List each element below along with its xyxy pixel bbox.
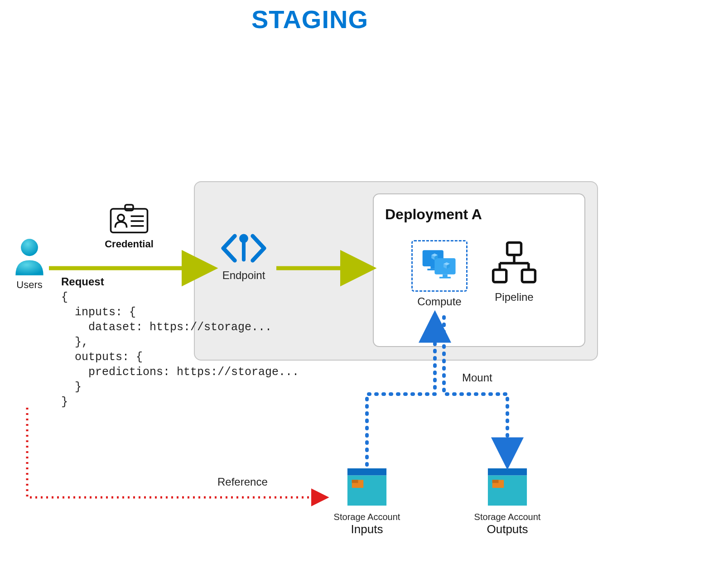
svg-rect-21 <box>522 270 535 282</box>
reference-label: Reference <box>217 476 268 488</box>
storage-inputs-block: Storage Account Inputs <box>328 467 405 536</box>
svg-rect-26 <box>488 468 527 476</box>
svg-rect-22 <box>347 468 386 476</box>
request-title: Request <box>61 275 104 288</box>
pipeline-icon <box>492 279 537 287</box>
compute-block: Compute <box>410 240 469 308</box>
deployment-title: Deployment A <box>385 206 482 223</box>
svg-point-3 <box>118 215 124 221</box>
storage-inputs-top: Storage Account <box>328 512 405 522</box>
pipeline-block: Pipeline <box>487 240 541 304</box>
svg-rect-25 <box>352 480 358 483</box>
page-title: STAGING <box>251 5 368 34</box>
svg-rect-14 <box>439 277 451 279</box>
svg-point-0 <box>21 239 38 256</box>
svg-rect-29 <box>492 480 499 483</box>
mount-label: Mount <box>462 371 492 384</box>
svg-rect-15 <box>507 242 521 255</box>
storage-icon <box>345 502 389 510</box>
credential-block: Credential <box>104 204 154 250</box>
credential-label: Credential <box>104 238 154 250</box>
pipeline-label: Pipeline <box>487 291 541 304</box>
storage-icon <box>485 502 530 510</box>
endpoint-label: Endpoint <box>217 269 271 282</box>
svg-rect-20 <box>493 270 506 282</box>
request-json: { inputs: { dataset: https://storage... … <box>61 290 299 410</box>
storage-inputs-bottom: Inputs <box>328 522 405 536</box>
storage-outputs-top: Storage Account <box>469 512 546 522</box>
users-block: Users <box>11 238 48 291</box>
storage-outputs-block: Storage Account Outputs <box>469 467 546 536</box>
svg-point-8 <box>239 234 248 243</box>
connector-reference <box>27 408 326 497</box>
storage-outputs-bottom: Outputs <box>469 522 546 536</box>
users-label: Users <box>11 279 48 291</box>
credential-icon <box>109 228 149 236</box>
compute-label: Compute <box>410 295 469 308</box>
endpoint-block: Endpoint <box>217 232 271 282</box>
user-icon <box>13 270 46 278</box>
svg-rect-13 <box>443 275 448 277</box>
endpoint-icon <box>219 258 269 266</box>
compute-icon <box>411 240 468 292</box>
